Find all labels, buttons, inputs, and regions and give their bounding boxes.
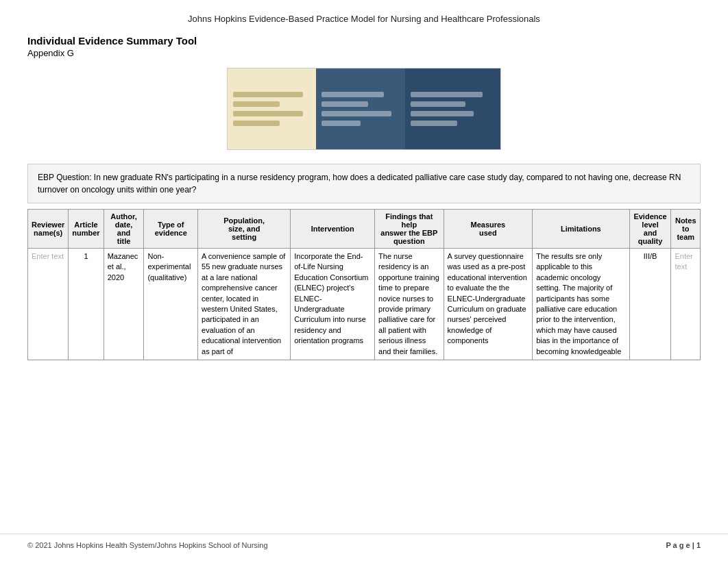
cell-limitations: The results sre only applicable to this … <box>533 249 630 360</box>
cell-author: Mazanec et al., 2020 <box>104 249 144 360</box>
evidence-table: Reviewername(s) Articlenumber Author,dat… <box>27 209 701 360</box>
cell-evidence-level: III/B <box>629 249 671 360</box>
cell-findings: The nurse residency is an opportune trai… <box>375 249 444 360</box>
page-number: P a g e | 1 <box>666 541 701 549</box>
col-header-article: Articlenumber <box>69 210 104 249</box>
col-header-measures: Measuresused <box>444 210 533 249</box>
col-header-limitations: Limitations <box>533 210 630 249</box>
footer-copyright: © 2021 Johns Hopkins Health System/Johns… <box>27 541 268 549</box>
page-num-value: 1 <box>696 541 701 549</box>
col-header-evidence: Evidence leveland quality <box>629 210 671 249</box>
page-label: P a g e | <box>666 541 696 549</box>
cell-reviewer: Enter text <box>28 249 69 360</box>
cell-type-evidence: Non-experimental (qualitative) <box>144 249 198 360</box>
col-header-intervention: Intervention <box>291 210 375 249</box>
col-header-author: Author,date, andtitle <box>104 210 144 249</box>
ebp-question-text: EBP Question: In new graduate RN's parti… <box>38 173 681 195</box>
cell-article-num: 1 <box>69 249 104 360</box>
header-image-preview <box>27 68 701 150</box>
document-subtitle: Appendix G <box>27 48 701 58</box>
col-header-findings: Findings that helpanswer the EBPquestion <box>375 210 444 249</box>
ebp-question-box: EBP Question: In new graduate RN's parti… <box>27 164 701 203</box>
cell-intervention: Incorporate the End-of-Life Nursing Educ… <box>291 249 375 360</box>
cell-population: A convenience sample of 55 new graduate … <box>198 249 291 360</box>
cell-measures: A survey questionnaire was used as a pre… <box>444 249 533 360</box>
center-title: Johns Hopkins Evidence-Based Practice Mo… <box>188 14 540 24</box>
cell-notes: Enter text <box>671 249 701 360</box>
page-footer: © 2021 Johns Hopkins Health System/Johns… <box>0 534 728 556</box>
col-header-type: Type ofevidence <box>144 210 198 249</box>
col-header-notes: Notes toteam <box>671 210 701 249</box>
col-header-population: Population,size, andsetting <box>198 210 291 249</box>
table-row: Enter text 1 Mazanec et al., 2020 Non-ex… <box>28 249 701 360</box>
document-title: Individual Evidence Summary Tool <box>27 35 701 47</box>
col-header-reviewer: Reviewername(s) <box>28 210 69 249</box>
